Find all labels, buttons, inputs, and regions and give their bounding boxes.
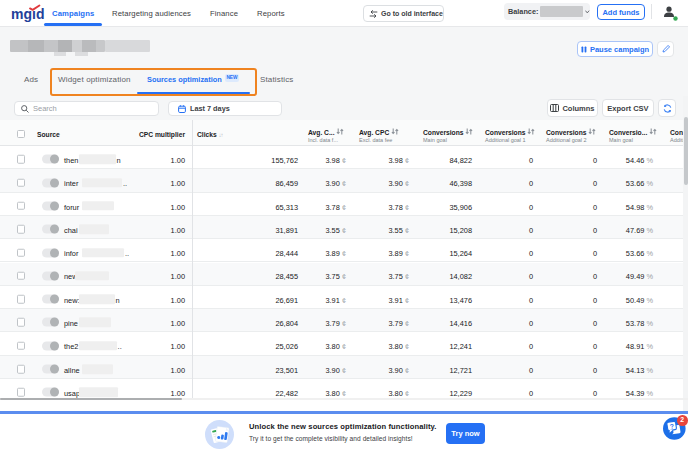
svg-text:mgıd: mgıd xyxy=(11,6,44,22)
